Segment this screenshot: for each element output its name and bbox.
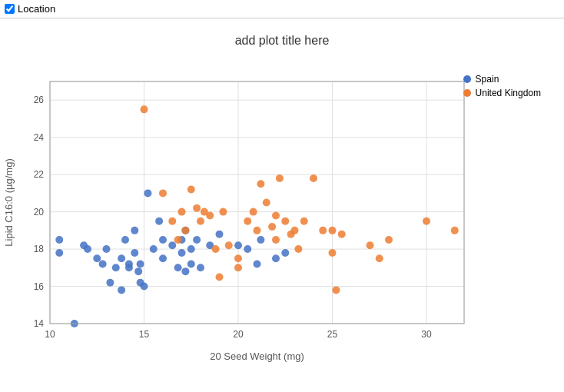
svg-point-52 [159, 254, 167, 262]
svg-point-100 [294, 245, 302, 253]
svg-point-76 [181, 227, 189, 234]
svg-point-59 [187, 260, 195, 267]
svg-point-66 [244, 245, 251, 253]
svg-point-65 [234, 241, 242, 249]
filter-bar: Location [0, 0, 564, 18]
svg-text:22: 22 [34, 169, 45, 180]
svg-point-97 [281, 218, 289, 225]
chart-legend: Spain United Kingdom [463, 74, 541, 98]
svg-point-112 [451, 227, 459, 234]
svg-point-64 [216, 231, 224, 238]
svg-point-101 [300, 218, 308, 225]
svg-point-106 [332, 286, 340, 294]
uk-legend-label: United Kingdom [476, 88, 541, 98]
svg-point-107 [338, 231, 346, 238]
svg-point-96 [276, 174, 284, 182]
svg-point-54 [174, 264, 182, 271]
svg-point-89 [250, 208, 257, 216]
svg-point-104 [329, 227, 337, 234]
svg-point-72 [159, 189, 167, 197]
svg-point-47 [141, 283, 148, 291]
chart-container: add plot title here 14161820222426101520… [0, 18, 564, 392]
svg-point-73 [168, 218, 176, 225]
svg-point-28 [55, 249, 63, 257]
svg-point-109 [376, 254, 383, 262]
svg-point-84 [219, 208, 227, 216]
spain-legend-dot [463, 75, 471, 83]
svg-point-57 [181, 267, 189, 275]
svg-text:16: 16 [34, 281, 45, 292]
svg-point-87 [234, 264, 242, 271]
svg-point-32 [93, 254, 101, 262]
svg-point-83 [216, 273, 224, 281]
svg-point-50 [155, 218, 163, 225]
svg-point-99 [291, 227, 299, 234]
chart-title[interactable]: add plot title here [0, 26, 564, 48]
svg-text:26: 26 [34, 95, 45, 105]
svg-point-55 [178, 249, 186, 257]
svg-point-60 [187, 245, 195, 253]
svg-point-41 [125, 264, 133, 271]
svg-text:20: 20 [34, 207, 45, 218]
svg-point-88 [244, 218, 251, 225]
svg-text:Lipid C16:0 (µg/mg): Lipid C16:0 (µg/mg) [3, 158, 15, 246]
svg-text:14: 14 [34, 318, 45, 329]
svg-point-95 [272, 236, 280, 244]
svg-point-92 [263, 199, 270, 207]
svg-text:24: 24 [34, 132, 45, 143]
legend-item-spain: Spain [463, 74, 541, 85]
svg-point-81 [206, 211, 214, 219]
svg-point-110 [385, 236, 393, 244]
svg-point-53 [168, 241, 176, 249]
svg-point-49 [150, 245, 158, 253]
svg-text:25: 25 [327, 329, 338, 340]
svg-point-31 [84, 245, 91, 253]
svg-point-68 [257, 236, 264, 244]
svg-point-102 [310, 174, 317, 182]
svg-point-51 [159, 236, 167, 244]
svg-point-78 [193, 204, 201, 212]
svg-point-44 [134, 267, 142, 275]
svg-point-36 [112, 264, 120, 271]
legend-item-uk: United Kingdom [463, 88, 541, 98]
svg-point-35 [106, 279, 114, 287]
svg-point-46 [137, 260, 144, 267]
svg-text:15: 15 [139, 329, 150, 340]
svg-point-93 [268, 223, 276, 231]
svg-point-90 [254, 227, 261, 234]
svg-point-103 [319, 227, 327, 234]
svg-point-94 [272, 211, 280, 219]
svg-point-85 [225, 241, 233, 249]
svg-point-70 [281, 249, 289, 257]
svg-point-75 [178, 208, 186, 216]
svg-point-74 [174, 236, 182, 244]
svg-point-42 [131, 249, 138, 257]
svg-point-69 [272, 254, 280, 262]
svg-point-38 [118, 254, 125, 262]
svg-point-71 [141, 105, 148, 113]
location-checkbox[interactable] [5, 4, 15, 14]
location-filter-label[interactable]: Location [5, 3, 55, 15]
svg-text:30: 30 [421, 329, 432, 340]
svg-point-91 [257, 180, 264, 188]
svg-point-105 [329, 249, 337, 257]
uk-legend-dot [463, 89, 471, 97]
location-label: Location [18, 3, 55, 15]
svg-point-108 [367, 241, 374, 249]
svg-text:10: 10 [45, 329, 55, 340]
svg-point-33 [99, 260, 107, 267]
svg-point-34 [103, 245, 111, 253]
scatter-plot: 14161820222426101520253020 Seed Weight (… [0, 51, 564, 381]
svg-point-86 [234, 254, 242, 262]
svg-point-48 [144, 189, 151, 197]
chart-area: 14161820222426101520253020 Seed Weight (… [0, 51, 564, 381]
svg-point-67 [254, 260, 261, 267]
svg-point-43 [131, 227, 138, 234]
svg-point-111 [423, 218, 430, 225]
svg-point-62 [197, 264, 204, 271]
svg-point-37 [118, 286, 125, 294]
svg-text:20  Seed  Weight (mg): 20 Seed Weight (mg) [210, 350, 304, 362]
svg-point-39 [121, 236, 129, 244]
svg-text:18: 18 [34, 244, 45, 254]
svg-point-77 [187, 186, 195, 194]
